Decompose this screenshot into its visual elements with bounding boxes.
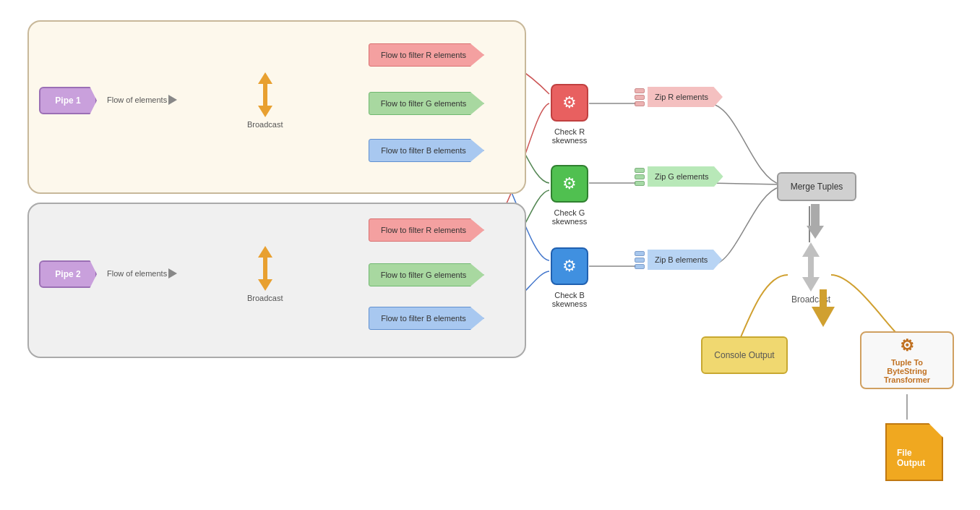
check-b-node[interactable]: ⚙ xyxy=(551,247,588,285)
canvas: Pipe 1 Pipe 2 Flow of elements Flow of e… xyxy=(0,0,980,510)
pipe1-node[interactable]: Pipe 1 xyxy=(39,87,97,114)
merge-down-arrow xyxy=(807,204,824,239)
arrow-up-gray-icon xyxy=(802,242,820,257)
zip-rect-b3 xyxy=(635,264,645,269)
zip-rect-r3 xyxy=(635,101,645,106)
console-node[interactable]: Console Output xyxy=(701,336,788,374)
arrow-up-icon xyxy=(258,72,272,84)
broadcast2-node[interactable]: Broadcast xyxy=(247,246,283,302)
zip-rect-g1 xyxy=(635,168,645,173)
gear-icon-b: ⚙ xyxy=(562,257,577,276)
flow1-label: Flow of elements xyxy=(107,95,177,105)
zip-rect-r2 xyxy=(635,95,645,100)
arrow-down-icon2 xyxy=(258,279,272,291)
merge-node[interactable]: Merge Tuples xyxy=(777,172,856,201)
transformer-node[interactable]: ⚙ Tuple To ByteString Transformer xyxy=(860,331,954,389)
zip-rect-g2 xyxy=(635,174,645,179)
zip-rect-b2 xyxy=(635,258,645,263)
broadcast1-node[interactable]: Broadcast xyxy=(247,72,283,129)
filter-g1-node[interactable]: Flow to filter G elements xyxy=(369,92,484,115)
pipe2-node[interactable]: Pipe 2 xyxy=(39,260,97,288)
zip-rect-b1 xyxy=(635,251,645,256)
filter-r2-node[interactable]: Flow to filter R elements xyxy=(369,218,484,242)
file-node[interactable]: File Output xyxy=(885,423,943,481)
flow2-label: Flow of elements xyxy=(107,268,177,279)
gear-icon-g: ⚙ xyxy=(562,174,577,193)
filter-r1-node[interactable]: Flow to filter R elements xyxy=(369,43,484,67)
zip-rect-r1 xyxy=(635,88,645,93)
check-r-label: Check R skewness xyxy=(548,127,591,145)
zip-g-node[interactable]: Zip G elements xyxy=(635,166,723,187)
filter-b2-node[interactable]: Flow to filter B elements xyxy=(369,307,484,330)
arrow-down-icon xyxy=(258,106,272,117)
check-g-node[interactable]: ⚙ xyxy=(551,165,588,203)
broadcast3-down-arrow xyxy=(812,289,835,327)
zip-rect-g3 xyxy=(635,181,645,186)
check-b-label: Check B skewness xyxy=(548,291,591,308)
filter-b1-node[interactable]: Flow to filter B elements xyxy=(369,139,484,162)
zip-b-node[interactable]: Zip B elements xyxy=(635,250,722,270)
gear-icon-r: ⚙ xyxy=(562,93,577,112)
check-g-label: Check G skewness xyxy=(548,208,591,226)
transformer-gear-icon: ⚙ xyxy=(900,336,914,355)
zip-r-node[interactable]: Zip R elements xyxy=(635,87,723,107)
arrow-up-icon2 xyxy=(258,246,272,258)
filter-g2-node[interactable]: Flow to filter G elements xyxy=(369,263,484,286)
check-r-node[interactable]: ⚙ xyxy=(551,84,588,122)
